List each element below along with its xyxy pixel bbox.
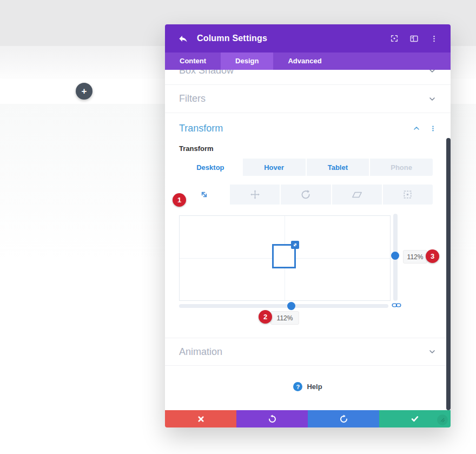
chevron-down-icon	[428, 95, 437, 103]
modal-header: Column Settings	[165, 24, 451, 52]
chevron-up-icon[interactable]	[412, 124, 421, 133]
annotation-badge-3: 3	[426, 249, 439, 263]
chevron-down-icon	[428, 347, 437, 356]
transform-element-box[interactable]	[272, 244, 296, 268]
link-icon	[392, 302, 401, 308]
back-button[interactable]	[178, 33, 189, 44]
page: + Column Settings	[0, 0, 476, 454]
undo-icon	[268, 414, 277, 424]
redo-icon	[339, 414, 348, 424]
tool-skew[interactable]	[332, 185, 382, 205]
panel-layout-icon[interactable]	[409, 34, 419, 43]
question-mark-icon: ?	[293, 382, 302, 391]
rotate-icon	[301, 189, 311, 200]
plus-icon: +	[82, 86, 87, 97]
transform-tool-tabs: 1	[179, 185, 433, 205]
resize-handle-icon[interactable]	[437, 414, 448, 425]
device-tab-phone[interactable]: Phone	[370, 159, 433, 176]
transform-panel: Transform Desktop Hover Tablet Phone 1	[165, 144, 451, 338]
back-arrow-icon	[178, 34, 188, 44]
header-icons	[389, 34, 439, 43]
move-icon	[250, 189, 260, 200]
tool-scale[interactable]	[179, 185, 229, 205]
device-tab-hover[interactable]: Hover	[243, 159, 306, 176]
section-options-icon[interactable]	[429, 124, 437, 133]
help-label: Help	[307, 383, 322, 391]
annotation-badge-1: 1	[173, 193, 186, 207]
transform-preview: 112% 3 112% 2	[179, 215, 433, 325]
tab-content[interactable]: Content	[165, 52, 221, 70]
scale-handle-badge[interactable]	[291, 241, 299, 249]
section-box-shadow[interactable]: Box Shadow	[165, 70, 451, 85]
modal-footer-actions	[165, 410, 451, 427]
expand-modal-icon[interactable]	[389, 34, 399, 43]
discard-button[interactable]	[165, 410, 236, 427]
redo-button[interactable]	[308, 410, 379, 427]
scale-y-slider-handle[interactable]	[391, 252, 399, 260]
scale-x-value: 112%	[270, 311, 299, 325]
skew-icon	[352, 190, 362, 200]
section-transform-header[interactable]: Transform	[165, 113, 451, 143]
section-title: Filters	[179, 93, 206, 104]
transform-field-label: Transform	[179, 144, 437, 153]
modal-title: Column Settings	[197, 34, 267, 43]
transform-canvas[interactable]	[179, 215, 391, 301]
check-icon	[411, 414, 419, 423]
tab-design[interactable]: Design	[221, 52, 273, 70]
scale-icon	[199, 189, 209, 200]
scale-y-value: 112%	[403, 250, 427, 264]
link-axes-button[interactable]	[391, 301, 402, 310]
tool-rotate[interactable]	[281, 185, 330, 205]
scale-x-slider-track[interactable]	[179, 304, 388, 308]
section-title: Box Shadow	[179, 70, 234, 76]
section-title: Transform	[179, 123, 223, 134]
modal-tab-bar: Content Design Advanced	[165, 52, 451, 70]
help-link[interactable]: ? Help	[165, 366, 451, 407]
add-module-button[interactable]: +	[76, 83, 92, 100]
tool-translate[interactable]	[230, 185, 280, 205]
device-tab-tablet[interactable]: Tablet	[307, 159, 369, 176]
kebab-menu-icon[interactable]	[429, 34, 439, 43]
modal-scrollbar[interactable]	[446, 138, 451, 410]
undo-button[interactable]	[236, 410, 308, 427]
annotation-badge-2: 2	[259, 310, 272, 324]
section-title: Animation	[179, 346, 222, 358]
tool-origin[interactable]	[383, 185, 433, 205]
column-settings-modal: Column Settings	[165, 24, 451, 427]
diagonal-arrows-icon	[293, 242, 298, 247]
chevron-down-icon	[428, 70, 437, 75]
section-filters[interactable]: Filters	[165, 85, 451, 113]
device-tab-desktop[interactable]: Desktop	[179, 159, 242, 176]
section-animation[interactable]: Animation	[165, 338, 451, 366]
modal-body: Box Shadow Filters Transform Transform	[165, 70, 451, 410]
scale-x-slider-handle[interactable]	[287, 302, 295, 310]
device-tabs: Desktop Hover Tablet Phone	[179, 159, 433, 176]
tab-advanced[interactable]: Advanced	[273, 52, 336, 70]
x-icon	[197, 415, 205, 423]
origin-icon	[402, 189, 413, 200]
